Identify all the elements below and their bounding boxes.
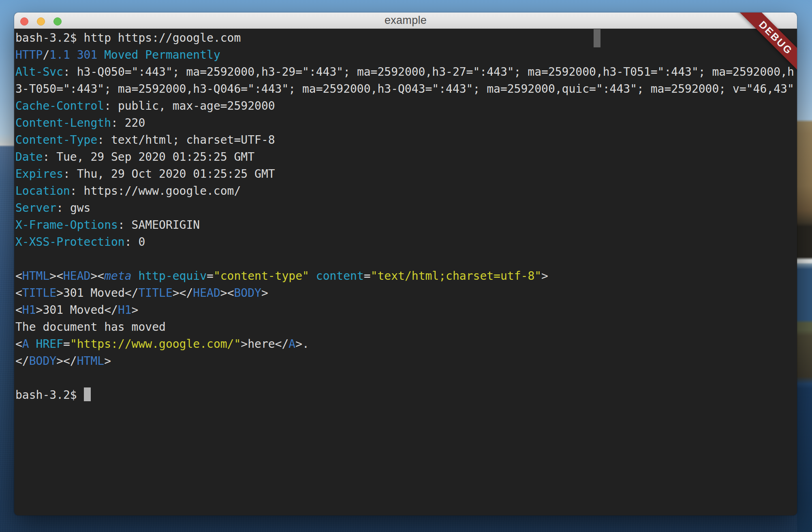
terminal-token: BODY — [29, 354, 56, 368]
terminal-token: HREF — [36, 337, 63, 351]
terminal-token: HEAD — [63, 269, 90, 283]
prompt-cursor — [84, 387, 91, 401]
terminal-token: > — [36, 303, 43, 317]
terminal-token: = — [364, 269, 371, 283]
terminal-token: HEAD — [193, 286, 220, 300]
terminal-token: : — [111, 116, 125, 130]
terminal-token: : — [97, 133, 111, 147]
terminal-token: </ — [275, 337, 289, 351]
terminal-line: bash-3.2$ — [15, 387, 797, 404]
terminal-token: : — [63, 65, 77, 79]
terminal-token: 301 Moved — [43, 303, 104, 317]
terminal-line: Location: https://www.google.com/ — [15, 183, 797, 200]
terminal-token: 220 — [125, 116, 145, 130]
terminal-line: </BODY></HTML> — [15, 353, 797, 370]
terminal-token: HTML — [77, 354, 104, 368]
terminal-line: bash-3.2$ http https://google.com — [15, 30, 797, 47]
terminal-line: Date: Tue, 29 Sep 2020 01:25:25 GMT — [15, 149, 797, 166]
terminal-line: X-Frame-Options: SAMEORIGIN — [15, 217, 797, 234]
terminal-token — [309, 269, 316, 283]
terminal-token — [97, 48, 104, 62]
terminal-token: meta — [104, 269, 131, 283]
terminal-line: The document has moved — [15, 319, 797, 336]
terminal-token: >here — [241, 337, 275, 351]
terminal-token: : — [125, 235, 139, 249]
terminal-token: X-Frame-Options — [15, 218, 118, 232]
terminal-line: Cache-Control: public, max-age=2592000 — [15, 98, 797, 115]
terminal-line: <HTML><HEAD><meta http-equiv="content-ty… — [15, 268, 797, 285]
terminal-token: h3-Q050=":443"; ma=2592000,h3-29=":443";… — [77, 65, 794, 79]
terminal-output[interactable]: bash-3.2$ http https://google.comHTTP/1.… — [14, 29, 797, 515]
title-bar[interactable]: example — [14, 13, 797, 29]
terminal-line: Expires: Thu, 29 Oct 2020 01:25:25 GMT — [15, 166, 797, 183]
terminal-token: Content-Type — [15, 133, 97, 147]
terminal-token: X-XSS-Protection — [15, 235, 125, 249]
terminal-line: 3-T050=":443"; ma=2592000,h3-Q046=":443"… — [15, 81, 797, 98]
terminal-line — [15, 251, 797, 268]
terminal-token: Thu, 29 Oct 2020 01:25:25 GMT — [77, 167, 275, 181]
terminal-token: Location — [15, 184, 70, 198]
terminal-line: <TITLE>301 Moved</TITLE></HEAD><BODY> — [15, 285, 797, 302]
terminal-token: </ — [125, 286, 139, 300]
terminal-token: < — [15, 286, 22, 300]
terminal-token: < — [15, 269, 22, 283]
terminal-token: A — [288, 337, 295, 351]
terminal-token: = — [207, 269, 214, 283]
terminal-token: </ — [179, 286, 193, 300]
terminal-window: example bash-3.2$ http https://google.co… — [14, 13, 797, 515]
terminal-token: H1 — [22, 303, 36, 317]
terminal-token: : — [104, 99, 118, 113]
terminal-token: : — [70, 184, 84, 198]
terminal-token: > — [261, 286, 268, 300]
terminal-token: 3-T050=":443"; ma=2592000,h3-Q046=":443"… — [15, 82, 794, 96]
terminal-token: Moved Permanently — [104, 48, 220, 62]
terminal-token: public, max-age=2592000 — [118, 99, 275, 113]
terminal-line: Content-Length: 220 — [15, 115, 797, 132]
minimize-button[interactable] — [37, 17, 45, 26]
terminal-token: Content-Length — [15, 116, 111, 130]
terminal-line: <A HREF="https://www.google.com/">here</… — [15, 336, 797, 353]
terminal-token: Date — [15, 150, 43, 164]
terminal-token: Cache-Control — [15, 99, 104, 113]
terminal-token: text/html; charset=UTF-8 — [111, 133, 275, 147]
terminal-token: bash-3.2$ — [15, 388, 84, 402]
terminal-token: "content-type" — [214, 269, 309, 283]
terminal-token: 1.1 301 — [49, 48, 97, 62]
terminal-token: > — [104, 354, 111, 368]
terminal-token: : — [56, 201, 70, 215]
terminal-token: < — [97, 269, 104, 283]
terminal-token: > — [173, 286, 179, 300]
window-controls — [20, 17, 62, 26]
terminal-token: Tue, 29 Sep 2020 01:25:25 GMT — [56, 150, 254, 164]
terminal-token: > — [541, 269, 548, 283]
terminal-token: Alt-Svc — [15, 65, 63, 79]
terminal-token: "https://www.google.com/" — [70, 337, 241, 351]
terminal-line: Content-Type: text/html; charset=UTF-8 — [15, 132, 797, 149]
terminal-token: </ — [15, 354, 29, 368]
terminal-token: </ — [104, 303, 118, 317]
terminal-line: HTTP/1.1 301 Moved Permanently — [15, 47, 797, 64]
terminal-token: A — [22, 337, 29, 351]
terminal-token: "text/html;charset=utf-8" — [371, 269, 541, 283]
terminal-line — [15, 370, 797, 387]
terminal-token: > — [90, 269, 97, 283]
terminal-token: bash-3.2$ http https://google.com — [15, 31, 241, 45]
terminal-token: The document has moved — [15, 320, 166, 334]
window-title: example — [385, 14, 427, 27]
terminal-token: HTTP — [15, 48, 43, 62]
terminal-token: >. — [295, 337, 309, 351]
scrollbar-thumb[interactable] — [594, 29, 600, 47]
terminal-token: < — [227, 286, 234, 300]
terminal-token: http-equiv — [138, 269, 207, 283]
terminal-token: content — [316, 269, 364, 283]
terminal-token: 0 — [138, 235, 145, 249]
terminal-token: < — [15, 303, 22, 317]
zoom-button[interactable] — [53, 17, 62, 26]
terminal-token: / — [43, 48, 49, 62]
terminal-token: Server — [15, 201, 56, 215]
terminal-token: < — [15, 337, 22, 351]
terminal-token: > — [220, 286, 227, 300]
close-button[interactable] — [20, 17, 28, 26]
terminal-token: > — [56, 286, 63, 300]
terminal-token: 301 Moved — [63, 286, 125, 300]
